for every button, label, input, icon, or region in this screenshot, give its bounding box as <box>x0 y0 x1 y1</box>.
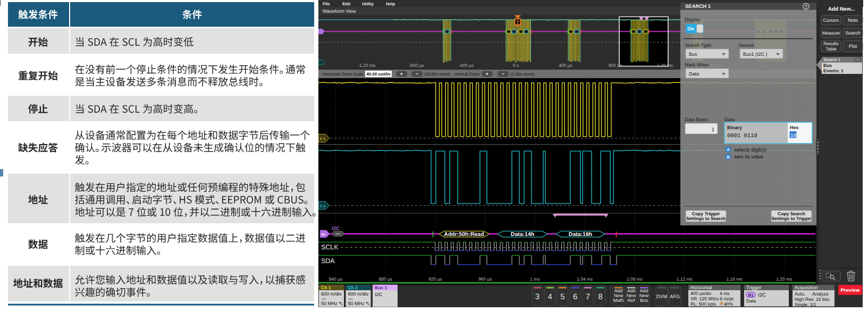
svg-text:High Res: 16 bits: High Res: 16 bits <box>795 297 829 302</box>
svg-text:1: 1 <box>711 127 714 133</box>
svg-text:-800 µs: -800 µs <box>409 63 424 68</box>
svg-text:selects digit(s): selects digit(s) <box>734 147 766 153</box>
svg-text:1.20 ms: 1.20 ms <box>657 63 673 68</box>
svg-text:1.16 ms: 1.16 ms <box>726 276 742 282</box>
svg-text:Data: Data <box>689 71 699 77</box>
svg-text:880 µs: 880 µs <box>378 276 392 282</box>
svg-text:B1: B1 <box>748 293 754 298</box>
svg-text:Table: Table <box>825 46 837 52</box>
svg-text:RL: 500 kpts: RL: 500 kpts <box>690 301 716 307</box>
svg-text:-1.20 ms: -1.20 ms <box>358 63 375 68</box>
svg-text:Vertical Zoom: Vertical Zoom <box>454 72 479 77</box>
svg-text:Data:14h: Data:14h <box>511 231 534 238</box>
svg-text:Search: Search <box>845 30 861 36</box>
svg-text:Ref: Ref <box>628 298 635 303</box>
svg-text:B: B <box>727 155 730 159</box>
svg-text:Utility: Utility <box>362 2 374 6</box>
svg-text:C 1: C 1 <box>320 137 326 141</box>
svg-text:Display: Display <box>685 17 701 22</box>
svg-text:Bus1 (I2C ): Bus1 (I2C ) <box>743 52 768 57</box>
svg-text:I2C: I2C <box>332 226 340 232</box>
svg-text:T: T <box>516 20 519 25</box>
svg-text:U: U <box>720 303 722 306</box>
svg-text:Events: 1: Events: 1 <box>823 68 844 73</box>
svg-text:-400 µs: -400 µs <box>459 63 474 68</box>
svg-text:7: 7 <box>586 292 590 301</box>
svg-text:Data:16h: Data:16h <box>569 231 592 238</box>
svg-text:On: On <box>687 26 694 31</box>
svg-text:Math: Math <box>613 298 624 303</box>
svg-text:40.00 us/div: 40.00 us/div <box>366 72 391 77</box>
svg-text:Bus: Bus <box>689 52 697 57</box>
svg-text:Data: Data <box>746 298 756 303</box>
svg-text:Settings to Trigger: Settings to Trigger <box>771 216 812 221</box>
svg-text:Horizontal Zoom Scale: Horizontal Zoom Scale <box>322 72 364 77</box>
svg-text:SEARCH 1: SEARCH 1 <box>685 4 711 10</box>
svg-text:Mark When: Mark When <box>685 62 709 68</box>
svg-text:Add New...: Add New... <box>828 6 855 12</box>
svg-text:Addr:50h:Read: Addr:50h:Read <box>444 231 484 238</box>
svg-text:Ch 1: Ch 1 <box>321 285 331 290</box>
svg-text:Bus: Bus <box>640 298 648 303</box>
svg-text:1.12 ms: 1.12 ms <box>677 276 693 282</box>
svg-text:16: 16 <box>790 133 797 139</box>
svg-text:Auto,: Auto, <box>795 291 805 297</box>
svg-text:400 µs/div: 400 µs/div <box>690 291 712 296</box>
svg-text:40%: 40% <box>724 301 734 307</box>
svg-text:Analyze: Analyze <box>812 291 829 297</box>
svg-text:400 µs: 400 µs <box>559 63 572 68</box>
svg-text:Horizontal: Horizontal <box>690 285 712 290</box>
svg-text:0 s: 0 s <box>513 63 519 68</box>
svg-text:Waveform View: Waveform View <box>323 9 356 14</box>
svg-text:50 MHz: 50 MHz <box>321 301 338 306</box>
svg-text:Single: 1/1: Single: 1/1 <box>795 302 816 307</box>
svg-text:?: ? <box>805 4 807 9</box>
svg-text:sets its value: sets its value <box>734 154 763 160</box>
svg-text:Source: Source <box>739 43 754 48</box>
svg-text:SDA: SDA <box>321 257 335 265</box>
svg-text:File: File <box>323 2 330 6</box>
svg-text:Preview: Preview <box>841 288 861 293</box>
svg-text:Ch 2: Ch 2 <box>348 285 358 290</box>
svg-text:600 m/div: 600 m/div <box>348 291 369 297</box>
svg-text:8 ns/pt: 8 ns/pt <box>720 296 734 301</box>
svg-text:−: − <box>416 71 418 77</box>
svg-text:0001 0110: 0001 0110 <box>727 133 757 139</box>
svg-text:1.08 ms: 1.08 ms <box>627 276 643 282</box>
svg-text:I2C: I2C <box>758 292 766 298</box>
svg-text:5: 5 <box>560 292 564 301</box>
svg-text:Settings to Search: Settings to Search <box>686 216 726 221</box>
svg-text:3: 3 <box>535 292 540 301</box>
svg-text:50 MHz: 50 MHz <box>348 301 365 306</box>
svg-text:SR: 125 MS/s: SR: 125 MS/s <box>690 296 719 301</box>
svg-text:600 m/div: 600 m/div <box>321 291 342 297</box>
svg-text:Help: Help <box>386 2 395 6</box>
svg-text:4: 4 <box>548 292 552 301</box>
svg-text:Measure: Measure <box>822 30 840 36</box>
svg-text:1.20 ms: 1.20 ms <box>776 276 792 282</box>
svg-text:Note: Note <box>848 18 858 23</box>
svg-text:+: + <box>486 71 488 77</box>
svg-text:Data Bytes: Data Bytes <box>685 117 709 122</box>
svg-text:Trigger: Trigger <box>746 285 761 290</box>
svg-text:Search 1: Search 1 <box>823 57 841 62</box>
svg-text:920 µs: 920 µs <box>428 276 442 282</box>
svg-text:A: A <box>727 147 730 152</box>
svg-text:Bus 1: Bus 1 <box>375 285 387 290</box>
svg-text:SCLK: SCLK <box>321 243 339 251</box>
svg-text:840 µs: 840 µs <box>329 276 343 282</box>
svg-text:6: 6 <box>573 292 577 301</box>
svg-text:960 µs: 960 µs <box>478 276 492 282</box>
svg-text:Edit: Edit <box>342 2 350 6</box>
svg-text:I2C: I2C <box>375 292 383 297</box>
svg-text:+: + <box>400 71 403 77</box>
svg-text:Cursors: Cursors <box>823 18 839 23</box>
svg-text:B1: B1 <box>322 233 325 237</box>
svg-text:800 µs: 800 µs <box>609 63 622 68</box>
svg-text:4 ms: 4 ms <box>720 291 730 296</box>
svg-text:C 2: C 2 <box>320 205 326 208</box>
svg-text:1 ms: 1 ms <box>530 276 540 282</box>
svg-text:(10.00x zoom): (10.00x zoom) <box>424 72 451 77</box>
svg-text:Binary: Binary <box>727 125 742 130</box>
svg-text:1.04 ms: 1.04 ms <box>577 276 593 282</box>
